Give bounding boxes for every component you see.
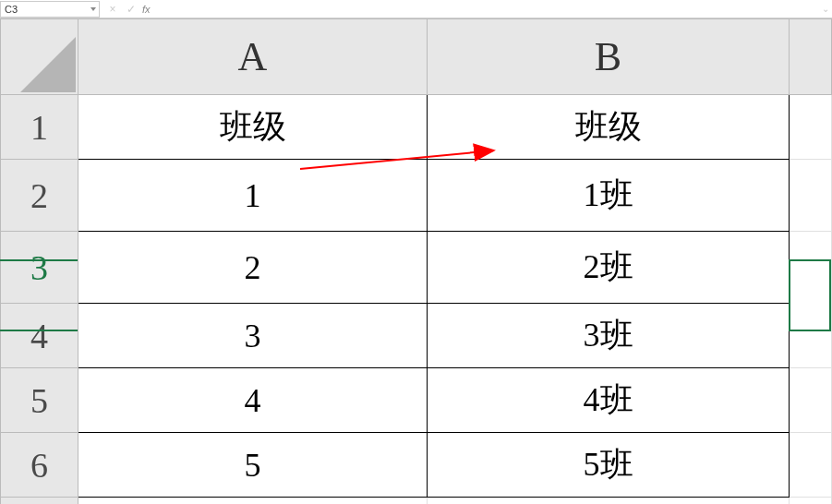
column-header-b[interactable]: B <box>428 19 790 95</box>
table-row: 7 <box>1 498 832 505</box>
chevron-down-icon[interactable] <box>90 7 96 11</box>
cell-c1[interactable] <box>790 95 832 160</box>
cell-c5[interactable] <box>790 368 832 433</box>
cell-a3[interactable]: 2 <box>78 232 428 304</box>
cell-c4[interactable] <box>790 304 832 368</box>
cell-c6[interactable] <box>790 433 832 498</box>
table-row: 1 班级 班级 <box>1 95 832 160</box>
cell-reference: C3 <box>5 4 18 15</box>
cell-a7[interactable] <box>78 498 428 505</box>
confirm-icon[interactable]: ✓ <box>124 3 139 16</box>
spreadsheet-grid: A B 1 班级 班级 2 1 1班 3 2 2班 4 3 3班 <box>0 18 832 504</box>
cell-a4[interactable]: 3 <box>78 304 428 368</box>
fx-icon[interactable]: fx <box>142 4 151 15</box>
table-row: 5 4 4班 <box>1 368 832 433</box>
row-header-4[interactable]: 4 <box>1 304 78 368</box>
cell-a5[interactable]: 4 <box>78 368 428 433</box>
table-row: 6 5 5班 <box>1 433 832 498</box>
cell-b6[interactable]: 5班 <box>428 433 790 498</box>
table-row: 4 3 3班 <box>1 304 832 368</box>
row-header-7[interactable]: 7 <box>1 498 78 505</box>
cell-b2[interactable]: 1班 <box>428 160 790 232</box>
table-row: 2 1 1班 <box>1 160 832 232</box>
cell-a2[interactable]: 1 <box>78 160 428 232</box>
row-header-5[interactable]: 5 <box>1 368 78 433</box>
select-all-corner[interactable] <box>1 19 78 95</box>
cell-b4[interactable]: 3班 <box>428 304 790 368</box>
cell-b1[interactable]: 班级 <box>428 95 790 160</box>
cell-b5[interactable]: 4班 <box>428 368 790 433</box>
formula-input[interactable] <box>156 1 819 18</box>
formula-buttons: × ✓ fx <box>100 3 156 16</box>
table-row: 3 2 2班 <box>1 232 832 304</box>
cell-a1[interactable]: 班级 <box>78 95 428 160</box>
cell-a6[interactable]: 5 <box>78 433 428 498</box>
row-header-6[interactable]: 6 <box>1 433 78 498</box>
cell-b3[interactable]: 2班 <box>428 232 790 304</box>
expand-icon[interactable]: ⌄ <box>819 4 832 14</box>
row-header-2[interactable]: 2 <box>1 160 78 232</box>
cell-c7[interactable] <box>790 498 832 505</box>
cell-c3[interactable] <box>790 232 832 304</box>
cell-b7[interactable] <box>428 498 790 505</box>
cancel-icon[interactable]: × <box>105 3 120 16</box>
cell-c2[interactable] <box>790 160 832 232</box>
column-header-row: A B <box>1 19 832 95</box>
column-header-c[interactable] <box>790 19 832 95</box>
row-header-1[interactable]: 1 <box>1 95 78 160</box>
row-header-3[interactable]: 3 <box>1 232 78 304</box>
formula-bar: C3 × ✓ fx ⌄ <box>0 0 832 18</box>
name-box[interactable]: C3 <box>0 1 100 18</box>
column-header-a[interactable]: A <box>78 19 428 95</box>
select-all-triangle-icon <box>20 37 76 92</box>
